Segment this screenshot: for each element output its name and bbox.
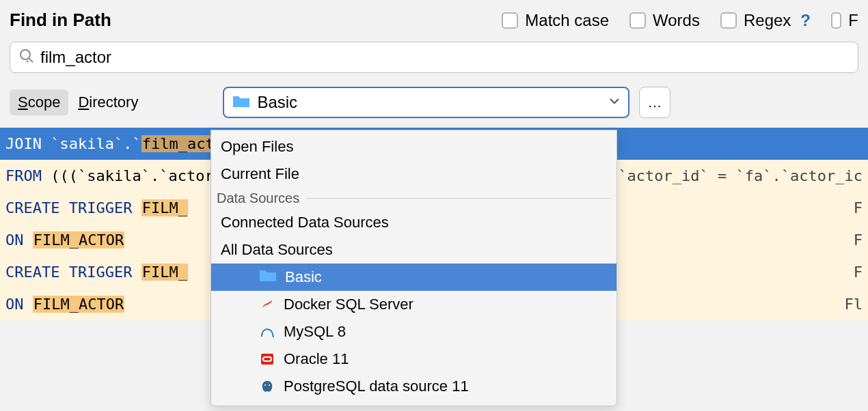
popup-item-postgres[interactable]: PostgreSQL data source 11 bbox=[211, 373, 616, 400]
postgresql-icon bbox=[259, 378, 275, 395]
svg-point-0 bbox=[21, 50, 30, 59]
match-highlight: FILM_ bbox=[141, 199, 188, 216]
keyword: JOIN bbox=[5, 135, 42, 152]
more-button[interactable]: ... bbox=[639, 87, 670, 118]
popup-item-label: MySQL 8 bbox=[284, 323, 346, 341]
dialog-header: Find in Path Match case Words Regex ? F bbox=[0, 0, 868, 38]
popup-item-label: Current File bbox=[221, 165, 299, 183]
popup-item-label: Open Files bbox=[221, 138, 293, 156]
sqlserver-icon bbox=[259, 296, 275, 313]
match-highlight: FILM_ACTOR bbox=[33, 231, 124, 249]
help-icon[interactable]: ? bbox=[800, 11, 811, 30]
popup-item-label: Docker SQL Server bbox=[284, 296, 413, 313]
match-case-label: Match case bbox=[525, 11, 609, 30]
popup-section-data-sources: Data Sources bbox=[211, 188, 616, 209]
folder-icon bbox=[259, 268, 277, 286]
popup-item-basic[interactable]: Basic bbox=[211, 264, 616, 291]
folder-icon bbox=[232, 94, 250, 111]
extra-option[interactable]: F bbox=[831, 11, 858, 30]
popup-item-mysql[interactable]: MySQL 8 bbox=[211, 318, 616, 345]
svg-point-5 bbox=[269, 384, 270, 386]
scope-label-rest: cope bbox=[28, 94, 61, 111]
popup-item-current-file[interactable]: Current File bbox=[211, 160, 616, 188]
keyword: ON bbox=[5, 296, 24, 313]
keyword: ON bbox=[5, 231, 24, 249]
scope-dropdown-popup: Open Files Current File Data Sources Con… bbox=[211, 130, 617, 406]
scope-dropdown[interactable]: Basic bbox=[223, 87, 629, 118]
checkbox-icon[interactable] bbox=[831, 12, 841, 29]
match-highlight: FILM_ bbox=[141, 264, 188, 281]
scope-tab[interactable]: Scope bbox=[10, 89, 68, 115]
keyword: CREATE TRIGGER bbox=[5, 264, 132, 281]
svg-point-4 bbox=[265, 384, 266, 386]
popup-item-connected-ds[interactable]: Connected Data Sources bbox=[211, 209, 616, 236]
match-highlight: FILM_ACTOR bbox=[33, 296, 124, 313]
popup-item-all-ds[interactable]: All Data Sources bbox=[211, 236, 616, 264]
extra-label: F bbox=[848, 11, 858, 30]
directory-label-rest: irectory bbox=[89, 94, 138, 111]
search-icon bbox=[18, 48, 35, 67]
search-input[interactable] bbox=[40, 48, 850, 67]
oracle-icon bbox=[259, 351, 275, 367]
popup-item-label: All Data Sources bbox=[221, 241, 333, 259]
words-option[interactable]: Words bbox=[629, 11, 700, 30]
result-trail: F bbox=[840, 231, 863, 249]
popup-item-oracle[interactable]: Oracle 11 bbox=[211, 345, 616, 373]
keyword: CREATE TRIGGER bbox=[5, 199, 132, 216]
checkbox-icon[interactable] bbox=[629, 12, 646, 29]
result-trail: Fl bbox=[831, 296, 863, 313]
popup-section-label: Data Sources bbox=[217, 190, 299, 206]
popup-item-open-files[interactable]: Open Files bbox=[211, 133, 616, 160]
result-trail: F bbox=[840, 199, 863, 216]
regex-label: Regex bbox=[744, 11, 791, 30]
popup-item-docker-sql[interactable]: Docker SQL Server bbox=[211, 291, 616, 318]
match-case-option[interactable]: Match case bbox=[502, 11, 609, 30]
svg-line-1 bbox=[29, 58, 33, 62]
mysql-icon bbox=[259, 324, 275, 340]
chevron-down-icon bbox=[609, 96, 620, 109]
regex-option[interactable]: Regex ? bbox=[720, 11, 811, 30]
more-label: ... bbox=[649, 95, 662, 111]
popup-item-label: Basic bbox=[285, 268, 322, 286]
search-row bbox=[0, 38, 868, 73]
result-trail: F bbox=[840, 264, 863, 281]
checkbox-icon[interactable] bbox=[502, 12, 518, 29]
popup-item-label: Oracle 11 bbox=[284, 350, 349, 368]
scope-row: Scope Directory Basic ... bbox=[0, 73, 868, 128]
scope-dropdown-label: Basic bbox=[257, 93, 602, 112]
words-label: Words bbox=[653, 11, 700, 30]
search-box[interactable] bbox=[10, 42, 858, 73]
directory-tab[interactable]: Directory bbox=[78, 94, 138, 111]
popup-item-label: Connected Data Sources bbox=[221, 214, 389, 231]
checkbox-icon[interactable] bbox=[720, 12, 737, 29]
result-trail: a`.`actor_id` = `fa`.`actor_ic bbox=[578, 167, 863, 184]
dialog-title: Find in Path bbox=[10, 10, 111, 31]
popup-item-label: PostgreSQL data source 11 bbox=[284, 378, 469, 395]
keyword: FROM bbox=[5, 167, 42, 184]
